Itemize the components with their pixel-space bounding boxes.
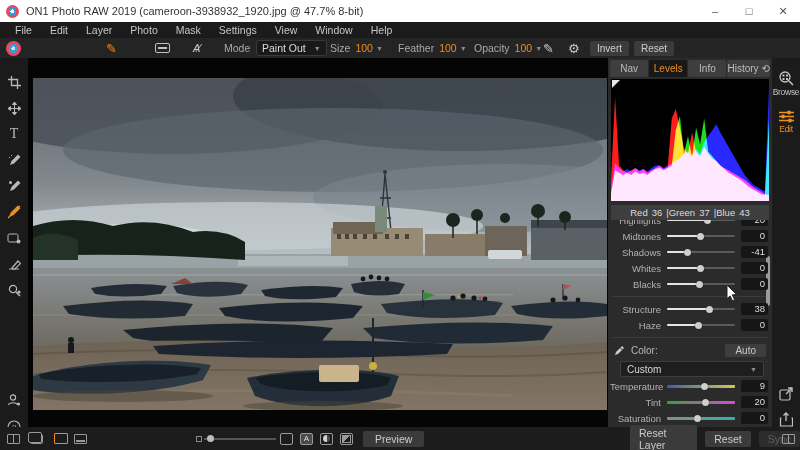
- slider-row-temperature: Temperature9: [608, 378, 772, 394]
- masking-bug-icon[interactable]: [155, 43, 170, 53]
- chevron-down-icon[interactable]: ▼: [376, 45, 383, 52]
- slider-value[interactable]: 0: [741, 230, 768, 242]
- left-tool-rail: T ?: [0, 58, 28, 427]
- photo-canvas[interactable]: [28, 58, 608, 427]
- zoom-slider-handle[interactable]: [207, 435, 214, 442]
- menu-window[interactable]: Window: [306, 24, 361, 36]
- slider-track[interactable]: [667, 251, 735, 253]
- crop-tool-icon[interactable]: [0, 70, 28, 94]
- slider-value[interactable]: 0: [741, 262, 768, 274]
- perfect-brush-icon[interactable]: ✎: [543, 42, 554, 55]
- slider-value[interactable]: 20: [741, 396, 768, 408]
- chevron-down-icon[interactable]: ▼: [460, 45, 467, 52]
- slider-value[interactable]: -41: [741, 246, 768, 258]
- masking-brush-icon[interactable]: ✎: [106, 42, 117, 55]
- menu-file[interactable]: File: [6, 24, 41, 36]
- size-value[interactable]: 100: [355, 42, 373, 54]
- green-label: |Green: [666, 207, 695, 218]
- slider-track[interactable]: [667, 283, 735, 285]
- blue-label: |Blue: [714, 207, 735, 218]
- reset-button[interactable]: Reset: [705, 431, 750, 447]
- slider-handle[interactable]: [697, 233, 704, 240]
- gradient-tool-icon[interactable]: [0, 174, 28, 198]
- adjustment-brush-icon[interactable]: [0, 148, 28, 172]
- auto-button[interactable]: Auto: [725, 344, 766, 357]
- menu-edit[interactable]: Edit: [41, 24, 77, 36]
- slider-handle[interactable]: [701, 383, 708, 390]
- zoom-slider[interactable]: [204, 438, 276, 440]
- filmstrip-view-icon[interactable]: [30, 434, 43, 444]
- split-preview-icon[interactable]: [340, 433, 353, 445]
- menu-photo[interactable]: Photo: [121, 24, 166, 36]
- menu-settings[interactable]: Settings: [210, 24, 266, 36]
- slider-handle[interactable]: [695, 322, 702, 329]
- mode-dropdown[interactable]: Paint Out▼: [256, 40, 327, 56]
- move-tool-icon[interactable]: [0, 96, 28, 120]
- slider-value[interactable]: 0: [741, 278, 768, 290]
- tab-nav[interactable]: Nav: [610, 60, 648, 77]
- slider-row-tint: Tint20: [608, 394, 772, 410]
- slider-track[interactable]: [667, 308, 735, 310]
- show-original-icon[interactable]: [280, 433, 293, 445]
- maximize-button[interactable]: □: [732, 0, 766, 22]
- menu-mask[interactable]: Mask: [167, 24, 210, 36]
- slider-track[interactable]: [667, 401, 735, 404]
- perfect-eraser-tool-icon[interactable]: [0, 252, 28, 276]
- edit-module[interactable]: Edit: [772, 110, 800, 134]
- tab-info[interactable]: Info: [688, 60, 726, 77]
- menu-help[interactable]: Help: [362, 24, 402, 36]
- minimize-button[interactable]: –: [698, 0, 732, 22]
- reset-mask-button[interactable]: Reset: [634, 41, 674, 56]
- zoom-out-icon[interactable]: [196, 436, 202, 442]
- slider-fill: [667, 324, 699, 326]
- menu-view[interactable]: View: [266, 24, 307, 36]
- gear-icon[interactable]: ⚙: [568, 41, 580, 56]
- reset-layer-button[interactable]: Reset Layer: [630, 425, 697, 450]
- mask-view-icon[interactable]: [320, 433, 333, 445]
- user-account-icon[interactable]: [0, 388, 28, 412]
- eyedropper-icon[interactable]: [614, 345, 625, 356]
- slider-value[interactable]: 0: [741, 319, 768, 331]
- masking-brush-tool-icon[interactable]: [0, 200, 28, 224]
- slider-value[interactable]: 0: [741, 412, 768, 424]
- invert-button[interactable]: Invert: [590, 41, 629, 56]
- slider-handle[interactable]: [697, 265, 704, 272]
- slider-track[interactable]: [667, 235, 735, 237]
- dual-display-icon[interactable]: [782, 434, 795, 444]
- text-tool-icon[interactable]: T: [0, 122, 28, 146]
- quick-export[interactable]: [772, 386, 800, 401]
- tab-history[interactable]: History⟲: [727, 60, 770, 77]
- slider-track[interactable]: [667, 417, 735, 420]
- close-button[interactable]: ✕: [766, 0, 800, 22]
- masking-bug-tool-icon[interactable]: [0, 226, 28, 250]
- edit-sliders-icon: [779, 110, 794, 123]
- slider-handle[interactable]: [706, 306, 713, 313]
- slider-track[interactable]: [667, 385, 735, 388]
- menu-layer[interactable]: Layer: [77, 24, 121, 36]
- tab-levels[interactable]: Levels: [649, 60, 687, 77]
- preview-button[interactable]: Preview: [363, 431, 424, 447]
- zoom-tool-icon[interactable]: [0, 278, 28, 302]
- chevron-down-icon[interactable]: ▼: [535, 45, 542, 52]
- refine-brush-icon[interactable]: A⁄: [193, 42, 198, 54]
- slider-track[interactable]: [667, 324, 735, 326]
- share-icon: [779, 412, 793, 427]
- detail-view-icon[interactable]: [54, 433, 68, 444]
- slider-value[interactable]: 9: [741, 380, 768, 392]
- slider-track[interactable]: [667, 267, 735, 269]
- slider-handle[interactable]: [684, 249, 691, 256]
- slider-value[interactable]: 38: [741, 303, 768, 315]
- share[interactable]: [772, 412, 800, 427]
- thumbnails-view-icon[interactable]: [74, 434, 87, 444]
- compare-a-icon[interactable]: A: [300, 433, 313, 445]
- compare-view-icon[interactable]: [7, 434, 20, 444]
- feather-value[interactable]: 100: [439, 42, 457, 54]
- slider-handle[interactable]: [696, 281, 703, 288]
- slider-handle[interactable]: [694, 415, 701, 422]
- tone-sliders: Highlights20Midtones0Shadows-41Whites0Bl…: [608, 212, 772, 292]
- browse-module[interactable]: Browse: [772, 70, 800, 97]
- opacity-value[interactable]: 100: [515, 42, 533, 54]
- preset-dropdown[interactable]: Custom ▼: [620, 361, 764, 377]
- edit-label: Edit: [779, 124, 792, 134]
- slider-handle[interactable]: [702, 399, 709, 406]
